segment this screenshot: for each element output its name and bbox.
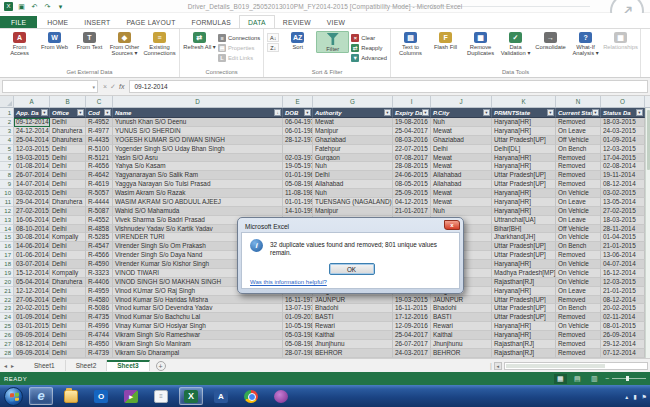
ribbon-reapply-button[interactable]: ⇄Reapply	[351, 43, 387, 52]
cell[interactable]: Delhi	[50, 145, 86, 154]
cell[interactable]: Delhi	[50, 154, 86, 163]
ribbon-sort-ascending-button[interactable]: A↓	[267, 33, 279, 42]
cell[interactable]: 18-03-2015	[601, 118, 645, 127]
cell[interactable]: R-4950	[86, 340, 113, 349]
cell[interactable]: Wahid S/O Mahamuda	[113, 207, 283, 216]
cell[interactable]: 27-02-2015	[14, 207, 50, 216]
table-header-cell[interactable]: Current Stat▾	[556, 108, 601, 118]
cell[interactable]: Delhi	[50, 251, 86, 260]
row-header-6[interactable]: 6	[0, 154, 14, 163]
cell[interactable]: Removed	[556, 171, 601, 180]
cell[interactable]: 02-03-1978	[283, 154, 313, 163]
cell[interactable]: Rajasthan[RJ]	[492, 278, 556, 287]
cell[interactable]: 19-08-2016	[393, 118, 431, 127]
cell[interactable]: On Vehicle	[556, 278, 601, 287]
cell[interactable]: R-5086	[86, 304, 113, 313]
cell[interactable]: Yogender Singh S/O Uday Bhan Singh	[113, 145, 283, 154]
cell[interactable]: 08-12-2014	[601, 296, 645, 305]
cell[interactable]: 25-04-2014	[14, 136, 50, 145]
cell[interactable]: Fatehpur	[313, 145, 393, 154]
ribbon-data-validation-button[interactable]: ✓Data Validation ▾	[499, 31, 532, 57]
cell[interactable]: Yagyanarayan S/o Salik Ram	[113, 171, 283, 180]
cell[interactable]: 19-11-2014	[601, 171, 645, 180]
filter-dropdown-icon[interactable]: ↓	[274, 109, 281, 116]
ribbon-sort-button[interactable]: AZSort	[281, 31, 314, 50]
cell[interactable]: On Vehicle	[556, 189, 601, 198]
cell[interactable]: Uttar Pradesh[UP]	[492, 242, 556, 251]
cell[interactable]: 21-01-2015	[601, 287, 645, 296]
cell[interactable]: R-4952	[86, 118, 113, 127]
cell[interactable]: 10-05-1984	[283, 322, 313, 331]
insert-function-icon[interactable]: fx	[119, 83, 124, 91]
cell[interactable]: Off Vehicle	[556, 225, 601, 234]
cell[interactable]: Removed	[556, 331, 601, 340]
cell[interactable]: R-4959	[86, 287, 113, 296]
cell[interactable]: Nuh	[431, 118, 492, 127]
cell[interactable]: On Bench	[556, 304, 601, 313]
cell[interactable]: Bhadohi	[431, 304, 492, 313]
taskbar-media-player[interactable]	[269, 387, 293, 405]
cell[interactable]: R-5121	[86, 154, 113, 163]
table-header-cell[interactable]: App. Da▾	[14, 108, 50, 118]
taskbar-notepad[interactable]: ≡	[149, 387, 173, 405]
cell[interactable]: 14-10-1990	[283, 207, 313, 216]
cell[interactable]: TUENSANG (NAGALAND)	[313, 198, 393, 207]
cell[interactable]: Delhi	[50, 216, 86, 225]
row-header-21[interactable]: 21	[0, 287, 14, 296]
row-header-23[interactable]: 23	[0, 304, 14, 313]
column-header-C[interactable]: C	[86, 96, 113, 107]
cell[interactable]: Uttar Pradesh[UP]	[492, 296, 556, 305]
cell[interactable]: R-4435	[86, 136, 113, 145]
cell[interactable]: 19-05-1978	[283, 162, 313, 171]
cell[interactable]: Uttar Pradesh[UP]	[492, 180, 556, 189]
taskbar-internet-explorer[interactable]: e	[29, 387, 53, 405]
cell[interactable]: Dharuhera	[50, 278, 86, 287]
ribbon-existing-connections-button[interactable]: ≡Existing Connections	[143, 31, 176, 57]
cell[interactable]: Uttar Pradesh[UP]	[492, 171, 556, 180]
cell[interactable]: 01-08-2014	[14, 162, 50, 171]
page-break-view-icon[interactable]: ▥	[588, 374, 601, 384]
cell[interactable]: Yaggya Narayan S/o Tulsi Prasad	[113, 180, 283, 189]
cell[interactable]: Haryana[HR]	[492, 322, 556, 331]
cell[interactable]: Mewat	[431, 189, 492, 198]
cell[interactable]: 26-07-2017	[393, 340, 431, 349]
cell[interactable]: 28-11-2014	[601, 225, 645, 234]
cell[interactable]: 11-08-1986	[283, 189, 313, 198]
cell[interactable]: Madhya Pradesh[MP]	[492, 269, 556, 278]
cell[interactable]: Allahabad	[431, 171, 492, 180]
cell[interactable]: Dharuhera	[50, 136, 86, 145]
table-header-cell[interactable]: DOB▾	[283, 108, 313, 118]
cell[interactable]: On Vehicle	[556, 260, 601, 269]
cell[interactable]: Vinay Kumar S/O Hosiyar Singh	[113, 322, 283, 331]
cell[interactable]: 08-03-2016	[393, 136, 431, 145]
cell[interactable]: 09-12-2014	[14, 118, 50, 127]
filter-dropdown-icon[interactable]: ▾	[547, 109, 554, 116]
cell[interactable]: Haryana[HR]	[492, 154, 556, 163]
cell[interactable]: Kompally	[50, 233, 86, 242]
row-header-11[interactable]: 11	[0, 198, 14, 207]
ribbon-consolidate-button[interactable]: →Consolidate	[534, 31, 567, 50]
cell[interactable]: 01-06-2014	[14, 251, 50, 260]
cell[interactable]: 20-02-2015	[14, 304, 50, 313]
cell[interactable]: R-4590	[86, 260, 113, 269]
ribbon-connections-button[interactable]: ≡Connections	[218, 33, 260, 42]
row-header-10[interactable]: 10	[0, 189, 14, 198]
taskbar-media-app[interactable]: ▸	[119, 387, 143, 405]
cell[interactable]: Manipur	[313, 127, 393, 136]
row-header-28[interactable]: 28	[0, 349, 14, 358]
cell[interactable]: Haryana[HR]	[492, 189, 556, 198]
column-header-N[interactable]: N	[556, 96, 601, 107]
cell[interactable]: 25-04-2017	[393, 331, 431, 340]
filter-dropdown-icon[interactable]: ▾	[104, 109, 111, 116]
taskbar-file-explorer[interactable]	[59, 387, 83, 405]
table-header-cell[interactable]: Expiry Dat▾	[393, 108, 431, 118]
cell[interactable]: Delhi[DL]	[492, 145, 556, 154]
cell[interactable]: R-5285	[86, 233, 113, 242]
cell[interactable]: 16-12-2014	[601, 269, 645, 278]
cell[interactable]: 28-12-1972	[283, 136, 313, 145]
cell[interactable]: 21-01-2017	[393, 207, 431, 216]
cell[interactable]: R-3323	[86, 269, 113, 278]
cell[interactable]: Vikram S/o Dharampal	[113, 349, 283, 358]
cell[interactable]: Yunush Khan S/O Deenu	[113, 118, 283, 127]
ribbon-tab-insert[interactable]: INSERT	[76, 16, 118, 28]
